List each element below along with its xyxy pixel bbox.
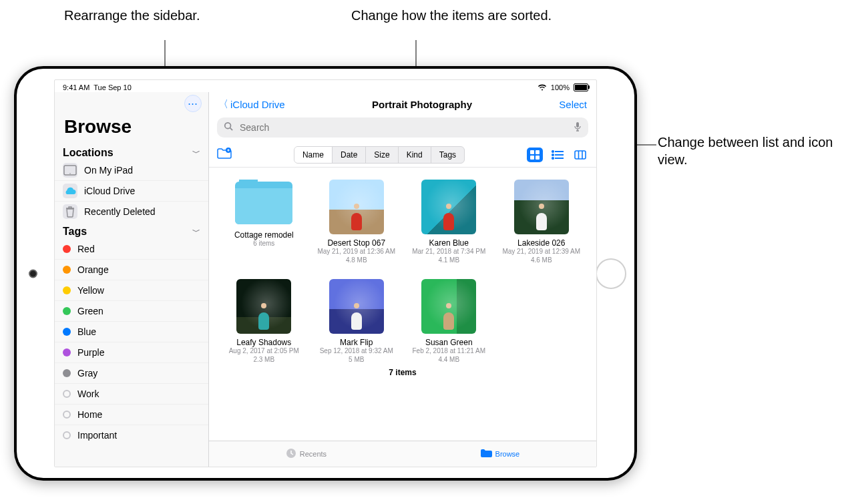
chevron-down-icon: ﹀ xyxy=(192,148,200,159)
svg-point-10 xyxy=(552,151,554,152)
tab-browse[interactable]: Browse xyxy=(480,449,520,460)
sidebar-item-tag[interactable]: Red xyxy=(55,239,208,259)
image-thumbnail xyxy=(514,180,569,234)
image-thumbnail xyxy=(421,279,476,334)
svg-point-14 xyxy=(552,158,554,159)
search-icon xyxy=(224,121,233,134)
file-item[interactable]: Mark FlipSep 12, 2018 at 9:32 AM5 MB xyxy=(314,279,400,364)
svg-rect-6 xyxy=(530,150,534,154)
cloud-icon xyxy=(63,184,77,198)
icon-view-button[interactable] xyxy=(527,148,543,162)
item-count: 7 items xyxy=(221,364,584,381)
svg-line-3 xyxy=(230,128,233,131)
sidebar-item-label: Orange xyxy=(77,264,109,275)
sidebar-item-tag[interactable]: Orange xyxy=(55,259,208,280)
ipad-icon xyxy=(63,163,77,178)
tag-dot-icon xyxy=(63,286,71,294)
screen: 9:41 AM Tue Sep 10 100% ⋯ xyxy=(54,79,597,467)
image-thumbnail xyxy=(236,279,291,334)
file-meta: 6 items xyxy=(253,240,274,248)
file-meta: Aug 2, 2017 at 2:05 PM2.3 MB xyxy=(229,347,299,364)
sort-segmented-control[interactable]: NameDateSizeKindTags xyxy=(294,146,465,164)
new-folder-button[interactable] xyxy=(217,148,232,163)
sidebar-item-label: Green xyxy=(77,306,103,316)
tab-recents[interactable]: Recents xyxy=(286,448,327,461)
battery-percent: 100% xyxy=(551,83,570,91)
file-item[interactable]: Desert Stop 067May 21, 2019 at 12:36 AM4… xyxy=(314,180,400,264)
tag-dot-icon xyxy=(63,390,71,398)
sidebar-item-tag[interactable]: Gray xyxy=(55,362,208,383)
sort-option[interactable]: Name xyxy=(294,147,332,163)
svg-point-2 xyxy=(225,123,231,129)
svg-rect-16 xyxy=(575,151,586,159)
main-panel: 〈 iCloud Drive Portrait Photography Sele… xyxy=(209,92,596,467)
file-name: Karen Blue xyxy=(429,238,469,248)
file-meta: Sep 12, 2018 at 9:32 AM5 MB xyxy=(320,347,393,364)
sidebar-item-label: Red xyxy=(77,244,95,254)
sidebar-item-label: Recently Deleted xyxy=(84,206,156,217)
search-bar[interactable] xyxy=(217,117,588,138)
device-frame: 9:41 AM Tue Sep 10 100% ⋯ xyxy=(14,66,637,481)
sidebar-item-tag[interactable]: Purple xyxy=(55,342,208,362)
file-name: Susan Green xyxy=(425,338,473,347)
nav-bar: 〈 iCloud Drive Portrait Photography Sele… xyxy=(209,92,596,116)
svg-rect-7 xyxy=(536,150,540,154)
sidebar-item-label: Blue xyxy=(77,326,96,337)
annotation-view: Change between list and icon view. xyxy=(658,134,844,168)
sidebar-item-label: Yellow xyxy=(77,285,104,296)
toolbar: NameDateSizeKindTags xyxy=(209,143,596,168)
mic-icon[interactable] xyxy=(574,121,582,134)
select-button[interactable]: Select xyxy=(559,99,587,110)
tags-header[interactable]: Tags ﹀ xyxy=(55,222,208,239)
column-view-button[interactable] xyxy=(572,148,588,162)
status-date: Tue Sep 10 xyxy=(93,83,131,91)
sidebar-item-tag[interactable]: Green xyxy=(55,300,208,321)
sort-option[interactable]: Tags xyxy=(431,147,464,163)
svg-rect-4 xyxy=(576,122,579,128)
folder-icon xyxy=(480,449,492,460)
sidebar-title: Browse xyxy=(55,115,208,143)
sidebar-item-label: Gray xyxy=(77,368,97,379)
image-thumbnail xyxy=(329,279,384,334)
locations-header[interactable]: Locations ﹀ xyxy=(55,143,208,160)
file-item[interactable]: Lakeside 026May 21, 2019 at 12:39 AM4.6 … xyxy=(499,180,585,264)
svg-point-12 xyxy=(552,154,554,156)
tab-bar: Recents Browse xyxy=(209,441,596,467)
locations-list: On My iPadiCloud DriveRecently Deleted xyxy=(55,160,208,222)
file-name: Lakeside 026 xyxy=(517,238,565,248)
file-item[interactable]: Leafy ShadowsAug 2, 2017 at 2:05 PM2.3 M… xyxy=(221,279,307,364)
sidebar-item-location[interactable]: On My iPad xyxy=(55,160,208,180)
sidebar-item-tag[interactable]: Home xyxy=(55,404,208,425)
tags-list: RedOrangeYellowGreenBluePurpleGrayWorkHo… xyxy=(55,239,208,467)
file-item[interactable]: Cottage remodel6 items xyxy=(221,180,307,264)
chevron-left-icon: 〈 xyxy=(218,98,228,111)
sidebar-item-location[interactable]: Recently Deleted xyxy=(55,201,208,222)
home-button[interactable] xyxy=(596,258,626,289)
sort-option[interactable]: Kind xyxy=(398,147,431,163)
tag-dot-icon xyxy=(63,369,71,377)
sort-option[interactable]: Size xyxy=(365,147,397,163)
sidebar-item-tag[interactable]: Work xyxy=(55,383,208,404)
search-input[interactable] xyxy=(238,121,568,134)
sidebar-item-tag[interactable]: Blue xyxy=(55,321,208,342)
sidebar-more-button[interactable]: ⋯ xyxy=(184,95,202,112)
file-grid: Cottage remodel6 itemsDesert Stop 067May… xyxy=(209,168,596,441)
sidebar-item-tag[interactable]: Yellow xyxy=(55,280,208,300)
svg-rect-9 xyxy=(536,156,540,160)
file-item[interactable]: Karen BlueMar 21, 2018 at 7:34 PM4.1 MB xyxy=(406,180,492,264)
tag-dot-icon xyxy=(63,431,71,439)
file-item[interactable]: Susan GreenFeb 2, 2018 at 11:21 AM4.4 MB xyxy=(406,279,492,364)
sort-option[interactable]: Date xyxy=(332,147,365,163)
sidebar-item-location[interactable]: iCloud Drive xyxy=(55,180,208,201)
page-title: Portrait Photography xyxy=(372,99,472,110)
list-view-button[interactable] xyxy=(550,148,566,162)
file-meta: Feb 2, 2018 at 11:21 AM4.4 MB xyxy=(412,347,485,364)
back-button[interactable]: 〈 iCloud Drive xyxy=(218,98,285,111)
sidebar-item-label: iCloud Drive xyxy=(84,186,135,196)
sidebar-item-tag[interactable]: Important xyxy=(55,425,208,445)
file-name: Leafy Shadows xyxy=(236,338,291,347)
sidebar: ⋯ Browse Locations ﹀ On My iPadiCloud Dr… xyxy=(55,92,209,467)
file-meta: Mar 21, 2018 at 7:34 PM4.1 MB xyxy=(412,248,485,264)
annotation-sidebar: Rearrange the sidebar. xyxy=(64,7,200,24)
sidebar-item-label: Important xyxy=(77,430,117,441)
